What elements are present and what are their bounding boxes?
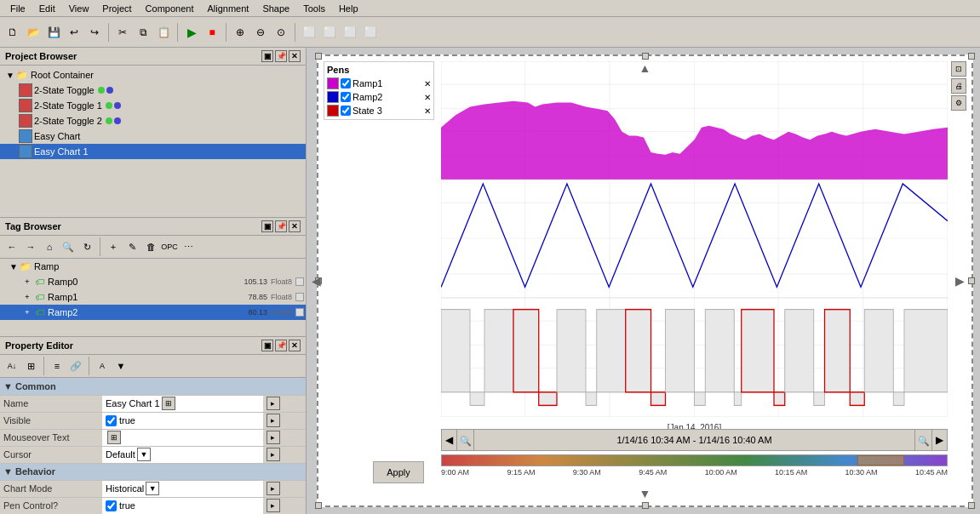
- tag-add-btn[interactable]: +: [105, 238, 122, 255]
- prop-cursor-value[interactable]: Default ▼: [102, 446, 263, 463]
- prop-restore-btn[interactable]: ▣: [261, 340, 273, 351]
- prop-desc-btn[interactable]: ≡: [49, 357, 66, 374]
- right-side-arrow[interactable]: ▶: [955, 274, 965, 288]
- pen-ramp2-checkbox[interactable]: [341, 92, 351, 102]
- timeline-zoomin-btn[interactable]: 🔍: [914, 430, 931, 450]
- project-browser-pin-btn[interactable]: 📌: [275, 50, 287, 62]
- prop-name-menu-btn[interactable]: ▸: [266, 397, 280, 410]
- tree-item-toggle1[interactable]: 2-State Toggle: [0, 83, 306, 98]
- handle-n[interactable]: [642, 53, 649, 60]
- project-browser-close-btn[interactable]: ✕: [289, 50, 301, 62]
- open-btn[interactable]: 📂: [24, 23, 43, 42]
- scroll-thumb[interactable]: [857, 455, 904, 465]
- prop-visible-value[interactable]: true: [102, 412, 263, 429]
- prop-mouseover-menu-btn[interactable]: ▸: [266, 431, 280, 444]
- project-browser-restore-btn[interactable]: ▣: [261, 50, 273, 62]
- zoom-reset-btn[interactable]: ⊙: [272, 23, 290, 42]
- menu-tools[interactable]: Tools: [296, 2, 332, 15]
- stop-btn[interactable]: ■: [203, 23, 221, 42]
- prop-font-btn[interactable]: A: [94, 357, 111, 374]
- tree-item-easychart[interactable]: Easy Chart: [0, 128, 306, 144]
- prop-chartmode-dropdown-btn[interactable]: ▼: [146, 482, 159, 495]
- handle-sw[interactable]: [315, 502, 322, 509]
- prop-chartmode-value[interactable]: Historical ▼: [102, 480, 263, 497]
- pen-state3-close[interactable]: ✕: [424, 106, 431, 116]
- prop-mouseover-browse-btn[interactable]: ⊞: [107, 431, 121, 444]
- prop-cursor-dropdown-btn[interactable]: ▼: [137, 448, 151, 461]
- handle-e[interactable]: [968, 277, 975, 284]
- prop-name-browse-btn[interactable]: ⊞: [162, 397, 175, 410]
- prop-chartmode-menu-btn[interactable]: ▸: [266, 482, 280, 495]
- tag-ramp-folder[interactable]: ▼ 📁 Ramp: [0, 259, 306, 274]
- undo-btn[interactable]: ↩: [65, 23, 83, 42]
- tree-item-toggle2[interactable]: 2-State Toggle 1: [0, 98, 306, 113]
- run-btn[interactable]: ▶: [182, 23, 201, 42]
- ramp-toggle[interactable]: ▼: [9, 261, 19, 271]
- apply-button[interactable]: Apply: [373, 461, 424, 483]
- tag-delete-btn[interactable]: 🗑: [142, 238, 159, 255]
- align-top-btn[interactable]: ⬜: [341, 23, 359, 42]
- chart-settings-btn[interactable]: ⚙: [951, 95, 966, 111]
- chart-zoom-btn[interactable]: ⊡: [951, 61, 966, 77]
- cut-btn[interactable]: ✂: [113, 23, 132, 42]
- behavior-toggle[interactable]: ▼: [3, 466, 13, 477]
- menu-edit[interactable]: Edit: [32, 2, 62, 15]
- new-btn[interactable]: 🗋: [3, 23, 22, 42]
- tag-opc-btn[interactable]: OPC: [161, 238, 178, 255]
- common-toggle[interactable]: ▼: [3, 381, 13, 391]
- handle-se[interactable]: [968, 502, 975, 509]
- tag-home-btn[interactable]: ⌂: [41, 238, 58, 255]
- menu-shape[interactable]: Shape: [255, 2, 296, 15]
- handle-ne[interactable]: [968, 53, 975, 60]
- timeline-left-btn[interactable]: ◀: [442, 430, 457, 450]
- prop-cursor-menu-btn[interactable]: ▸: [266, 448, 280, 461]
- prop-visible-checkbox[interactable]: [106, 415, 117, 426]
- root-toggle[interactable]: ▼: [5, 70, 15, 80]
- timeline-zoomout-btn[interactable]: 🔍: [457, 430, 474, 450]
- pen-ramp2-close[interactable]: ✕: [424, 93, 431, 102]
- copy-btn[interactable]: ⧉: [134, 23, 152, 42]
- ramp0-expand[interactable]: +: [22, 277, 32, 287]
- pen-ramp1-close[interactable]: ✕: [424, 79, 431, 89]
- tag-back-btn[interactable]: ←: [3, 238, 20, 255]
- menu-file[interactable]: File: [3, 2, 32, 15]
- tree-item-root[interactable]: ▼ 📁 Root Container: [0, 67, 306, 83]
- align-right-btn[interactable]: ⬜: [320, 23, 339, 42]
- prop-pin-btn[interactable]: 📌: [275, 340, 287, 351]
- prop-mouseover-value[interactable]: ⊞: [102, 429, 263, 446]
- menu-component[interactable]: Component: [139, 2, 201, 15]
- tag-more-btn[interactable]: ⋯: [180, 238, 197, 255]
- tag-browser-pin-btn[interactable]: 📌: [275, 220, 287, 232]
- tag-browser-restore-btn[interactable]: ▣: [261, 220, 273, 232]
- handle-s[interactable]: [642, 502, 649, 509]
- tag-ramp2[interactable]: + 🏷 Ramp2 80.13 Float8: [0, 305, 306, 320]
- paste-btn[interactable]: 📋: [154, 23, 173, 42]
- tag-refresh-btn[interactable]: ↻: [78, 238, 95, 255]
- handle-nw[interactable]: [315, 53, 322, 60]
- tag-search-btn[interactable]: 🔍: [60, 238, 77, 255]
- ramp2-expand[interactable]: +: [22, 307, 32, 317]
- prop-pencontrol-value[interactable]: true: [102, 497, 263, 514]
- top-side-arrow[interactable]: ▲: [639, 61, 651, 75]
- prop-category-btn[interactable]: ⊞: [22, 357, 39, 374]
- tag-ramp0[interactable]: + 🏷 Ramp0 105.13 Float8: [0, 274, 306, 289]
- property-editor-scroll[interactable]: ▼ Common Name Easy Chart 1 ⊞ ▸: [0, 378, 306, 514]
- align-left-btn[interactable]: ⬜: [300, 23, 318, 42]
- tree-item-toggle3[interactable]: 2-State Toggle 2: [0, 113, 306, 128]
- zoom-out-btn[interactable]: ⊖: [251, 23, 270, 42]
- menu-project[interactable]: Project: [95, 2, 138, 15]
- menu-alignment[interactable]: Alignment: [200, 2, 255, 15]
- prop-name-value[interactable]: Easy Chart 1 ⊞: [102, 395, 263, 412]
- chart-print-btn[interactable]: 🖨: [951, 78, 966, 94]
- save-btn[interactable]: 💾: [44, 23, 63, 42]
- menu-help[interactable]: Help: [332, 2, 365, 15]
- prop-pencontrol-menu-btn[interactable]: ▸: [266, 499, 280, 512]
- prop-pencontrol-checkbox[interactable]: [106, 500, 117, 511]
- zoom-in-btn[interactable]: ⊕: [231, 23, 249, 42]
- tag-browser-close-btn[interactable]: ✕: [289, 220, 301, 232]
- ramp1-expand[interactable]: +: [22, 292, 32, 302]
- bottom-side-arrow[interactable]: ▼: [639, 487, 651, 500]
- tree-item-easychart1[interactable]: Easy Chart 1: [0, 144, 306, 159]
- pen-state3-checkbox[interactable]: [341, 106, 351, 116]
- pen-ramp1-checkbox[interactable]: [341, 78, 351, 89]
